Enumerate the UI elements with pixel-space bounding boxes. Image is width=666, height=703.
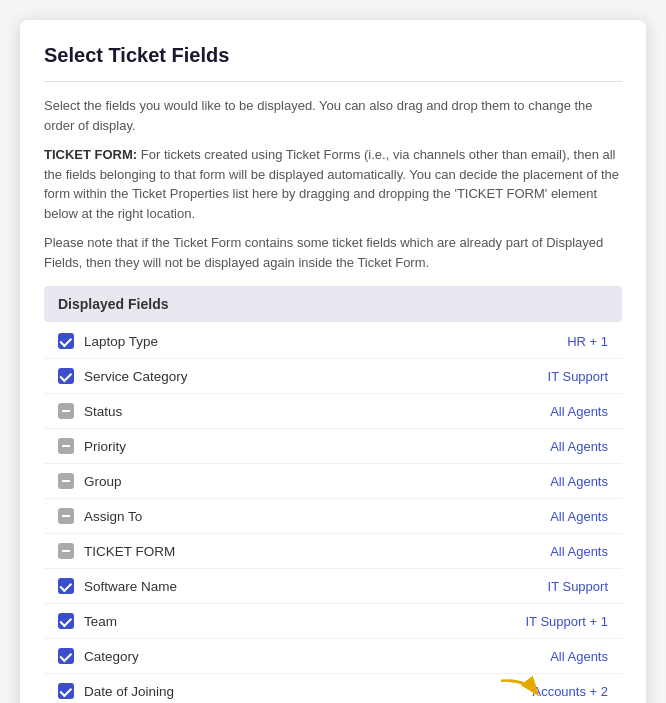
table-row: StatusAll Agents xyxy=(44,394,622,429)
field-label-0: Laptop Type xyxy=(84,334,158,349)
field-link-9[interactable]: All Agents xyxy=(550,649,608,664)
field-link-1[interactable]: IT Support xyxy=(548,369,608,384)
arrow-annotation xyxy=(498,675,542,703)
table-row: TICKET FORMAll Agents xyxy=(44,534,622,569)
field-link-7[interactable]: IT Support xyxy=(548,579,608,594)
field-left-2: Status xyxy=(58,403,122,419)
field-left-8: Team xyxy=(58,613,117,629)
description-1: Select the fields you would like to be d… xyxy=(44,96,622,135)
field-link-3[interactable]: All Agents xyxy=(550,439,608,454)
field-link-2[interactable]: All Agents xyxy=(550,404,608,419)
checkbox-4[interactable] xyxy=(58,473,74,489)
table-row: TeamIT Support + 1 xyxy=(44,604,622,639)
modal-container: Select Ticket Fields Select the fields y… xyxy=(20,20,646,703)
checkbox-7[interactable] xyxy=(58,578,74,594)
field-label-6: TICKET FORM xyxy=(84,544,175,559)
field-link-0[interactable]: HR + 1 xyxy=(567,334,608,349)
table-row: Assign ToAll Agents xyxy=(44,499,622,534)
table-row: GroupAll Agents xyxy=(44,464,622,499)
ticket-form-label: TICKET FORM: xyxy=(44,147,137,162)
field-link-4[interactable]: All Agents xyxy=(550,474,608,489)
table-row: Service CategoryIT Support xyxy=(44,359,622,394)
fields-list: Laptop TypeHR + 1Service CategoryIT Supp… xyxy=(44,324,622,703)
checkbox-2[interactable] xyxy=(58,403,74,419)
field-left-4: Group xyxy=(58,473,122,489)
displayed-fields-header: Displayed Fields xyxy=(44,286,622,322)
field-left-6: TICKET FORM xyxy=(58,543,175,559)
checkbox-10[interactable] xyxy=(58,683,74,699)
field-label-5: Assign To xyxy=(84,509,142,524)
checkbox-6[interactable] xyxy=(58,543,74,559)
checkbox-1[interactable] xyxy=(58,368,74,384)
table-row: CategoryAll Agents xyxy=(44,639,622,674)
table-row: Software NameIT Support xyxy=(44,569,622,604)
description-2: TICKET FORM: For tickets created using T… xyxy=(44,145,622,223)
field-label-4: Group xyxy=(84,474,122,489)
table-row: Date of Joining Accounts + 2 xyxy=(44,674,622,703)
checkbox-9[interactable] xyxy=(58,648,74,664)
field-label-8: Team xyxy=(84,614,117,629)
table-row: PriorityAll Agents xyxy=(44,429,622,464)
modal-title: Select Ticket Fields xyxy=(44,44,622,67)
field-label-1: Service Category xyxy=(84,369,188,384)
description-3: Please note that if the Ticket Form cont… xyxy=(44,233,622,272)
field-left-1: Service Category xyxy=(58,368,188,384)
field-left-10: Date of Joining xyxy=(58,683,174,699)
field-left-7: Software Name xyxy=(58,578,177,594)
checkbox-3[interactable] xyxy=(58,438,74,454)
field-label-2: Status xyxy=(84,404,122,419)
field-left-0: Laptop Type xyxy=(58,333,158,349)
field-link-5[interactable]: All Agents xyxy=(550,509,608,524)
checkbox-0[interactable] xyxy=(58,333,74,349)
table-row: Laptop TypeHR + 1 xyxy=(44,324,622,359)
field-link-8[interactable]: IT Support + 1 xyxy=(525,614,608,629)
field-left-5: Assign To xyxy=(58,508,142,524)
checkbox-5[interactable] xyxy=(58,508,74,524)
field-left-3: Priority xyxy=(58,438,126,454)
field-label-7: Software Name xyxy=(84,579,177,594)
field-left-9: Category xyxy=(58,648,139,664)
field-link-6[interactable]: All Agents xyxy=(550,544,608,559)
field-label-10: Date of Joining xyxy=(84,684,174,699)
divider xyxy=(44,81,622,82)
field-label-3: Priority xyxy=(84,439,126,454)
field-link-10[interactable]: Accounts + 2 xyxy=(532,684,608,699)
field-label-9: Category xyxy=(84,649,139,664)
checkbox-8[interactable] xyxy=(58,613,74,629)
